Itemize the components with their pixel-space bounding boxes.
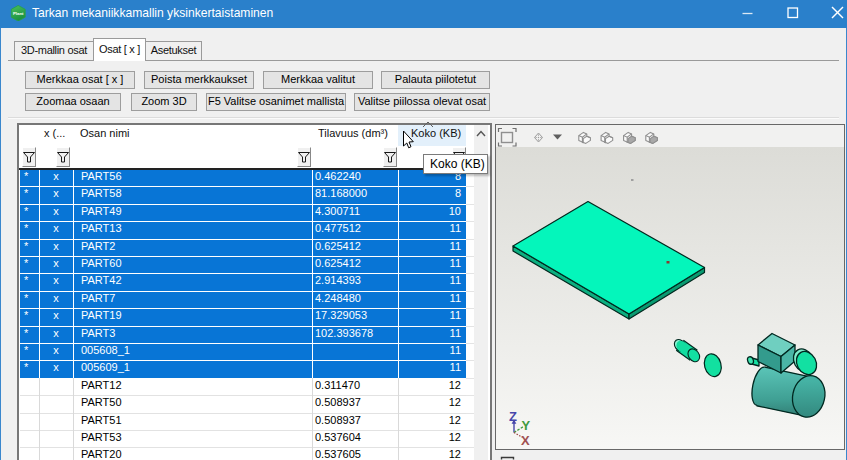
svg-text:Z: Z [509,409,517,424]
svg-text:Plant: Plant [12,10,23,15]
svg-text:Y: Y [522,418,531,433]
svg-text:X: X [521,433,530,448]
